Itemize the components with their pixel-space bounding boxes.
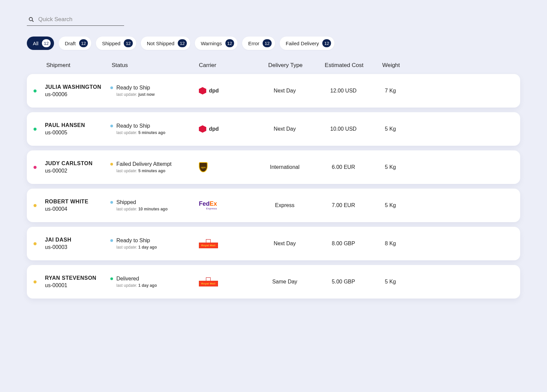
- th-delivery-type: Delivery Type: [255, 62, 315, 69]
- crown-icon: [206, 239, 211, 243]
- filter-label: Error: [248, 41, 259, 46]
- estimated-cost: 6.00 EUR: [315, 164, 372, 170]
- row-status-dot-icon: [34, 89, 37, 92]
- status-bullet-icon: [110, 277, 113, 280]
- estimated-cost: 7.00 EUR: [315, 202, 372, 208]
- search-input[interactable]: [38, 16, 123, 23]
- delivery-type: Next Day: [255, 88, 315, 94]
- shipment-name: JUDY CARLSTON: [45, 160, 110, 167]
- shipment-id: us-00003: [45, 244, 110, 250]
- weight: 5 Kg: [372, 126, 409, 132]
- filter-label: Draft: [65, 41, 76, 46]
- shipment-name: JAI DASH: [45, 237, 110, 243]
- delivery-type: Express: [255, 202, 315, 208]
- delivery-type: Next Day: [255, 126, 315, 132]
- th-shipment: Shipment: [45, 62, 110, 69]
- carrier-logo-fedex: FedExExpress: [198, 201, 255, 210]
- filter-chip-failed-delivery[interactable]: Failed Delivery12: [280, 37, 335, 50]
- status-text: Shipped: [116, 199, 136, 205]
- filter-label: Warnings: [201, 41, 222, 46]
- shipment-name: PAUL HANSEN: [45, 122, 110, 128]
- weight: 7 Kg: [372, 88, 409, 94]
- filter-count-badge: 12: [178, 39, 186, 47]
- shipment-name: RYAN STEVENSON: [45, 275, 110, 281]
- filter-chips: All12Draft12Shipped12Not Shipped12Warnin…: [27, 37, 520, 50]
- filter-chip-all[interactable]: All12: [27, 37, 54, 50]
- weight: 8 Kg: [372, 241, 409, 247]
- search-icon: [28, 16, 34, 22]
- crown-icon: [206, 277, 211, 281]
- weight: 5 Kg: [372, 279, 409, 285]
- status-text: Failed Delivery Attempt: [116, 161, 172, 167]
- filter-count-badge: 12: [225, 39, 234, 47]
- filter-count-badge: 12: [263, 39, 271, 47]
- shipment-name: ROBERT WHITE: [45, 199, 110, 205]
- carrier-logo-dpd: dpd: [198, 125, 255, 133]
- shipment-row[interactable]: JUDY CARLSTONus-00002Failed Delivery Att…: [27, 150, 520, 184]
- dpd-cube-icon: [199, 87, 206, 94]
- th-carrier: Carrier: [198, 62, 255, 69]
- shipment-id: us-00001: [45, 282, 110, 288]
- status-last-update: last update: just now: [116, 92, 198, 97]
- shipment-row[interactable]: ROBERT WHITEus-00004Shippedlast update: …: [27, 189, 520, 222]
- delivery-type: Same Day: [255, 279, 315, 285]
- row-status-dot-icon: [34, 242, 37, 245]
- shipment-id: us-00006: [45, 91, 110, 97]
- filter-chip-not-shipped[interactable]: Not Shipped12: [141, 37, 190, 50]
- filter-chip-warnings[interactable]: Warnings12: [195, 37, 237, 50]
- filter-label: Failed Delivery: [286, 41, 319, 46]
- fedex-sub-text: Express: [199, 207, 217, 210]
- filter-label: Shipped: [102, 41, 120, 46]
- weight: 5 Kg: [372, 202, 409, 208]
- royalmail-logo: Royal Mail: [199, 277, 218, 286]
- status-bullet-icon: [110, 163, 113, 166]
- filter-chip-shipped[interactable]: Shipped12: [96, 37, 136, 50]
- fedex-fed-text: Fed: [199, 200, 210, 207]
- status-text: Ready to Ship: [116, 123, 150, 129]
- weight: 5 Kg: [372, 164, 409, 170]
- filter-count-badge: 12: [79, 39, 88, 47]
- shipment-row[interactable]: RYAN STEVENSONus-00001Deliveredlast upda…: [27, 265, 520, 299]
- filter-chip-draft[interactable]: Draft12: [59, 37, 91, 50]
- status-last-update: last update: 1 day ago: [116, 245, 198, 250]
- status-bullet-icon: [110, 239, 113, 242]
- carrier-logo-royalmail: Royal Mail: [198, 239, 255, 248]
- delivery-type: International: [255, 164, 315, 170]
- carrier-logo-dpd: dpd: [198, 87, 255, 94]
- status-last-update: last update: 5 minutes ago: [116, 130, 198, 135]
- estimated-cost: 5.00 GBP: [315, 279, 372, 285]
- row-status-dot-icon: [34, 280, 37, 283]
- th-status: Status: [110, 62, 198, 69]
- dpd-cube-icon: [199, 125, 206, 133]
- row-status-dot-icon: [34, 128, 37, 131]
- shipment-name: JULIA WASHINGTON: [45, 84, 110, 90]
- status-bullet-icon: [110, 201, 113, 204]
- shipment-row[interactable]: PAUL HANSENus-00005Ready to Shiplast upd…: [27, 112, 520, 146]
- status-last-update: last update: 1 day ago: [116, 283, 198, 288]
- filter-count-badge: 12: [124, 39, 132, 47]
- carrier-logo-royalmail: Royal Mail: [198, 277, 255, 286]
- estimated-cost: 8.00 GBP: [315, 241, 372, 247]
- estimated-cost: 12.00 USD: [315, 88, 372, 94]
- dpd-text: dpd: [209, 126, 219, 132]
- filter-count-badge: 12: [322, 39, 331, 47]
- shipment-id: us-00004: [45, 206, 110, 212]
- svg-point-0: [29, 17, 33, 21]
- row-status-dot-icon: [34, 204, 37, 207]
- royalmail-text: Royal Mail: [199, 281, 218, 286]
- shipment-row[interactable]: JAI DASHus-00003Ready to Shiplast update…: [27, 227, 520, 260]
- status-last-update: last update: 5 minutes ago: [116, 169, 198, 173]
- carrier-logo-ups: [198, 162, 255, 172]
- th-estimated-cost: Estimated Cost: [315, 62, 372, 69]
- shipment-id: us-00005: [45, 130, 110, 136]
- table-header: Shipment Status Carrier Delivery Type Es…: [27, 62, 520, 69]
- shipment-row[interactable]: JULIA WASHINGTONus-00006Ready to Shiplas…: [27, 74, 520, 108]
- status-text: Delivered: [116, 276, 139, 282]
- filter-label: Not Shipped: [147, 41, 175, 46]
- search-bar[interactable]: [27, 13, 124, 26]
- filter-chip-error[interactable]: Error12: [242, 37, 275, 50]
- status-text: Ready to Ship: [116, 238, 150, 244]
- status-last-update: last update: 10 minutes ago: [116, 207, 198, 211]
- svg-line-1: [32, 20, 34, 22]
- delivery-type: Next Day: [255, 241, 315, 247]
